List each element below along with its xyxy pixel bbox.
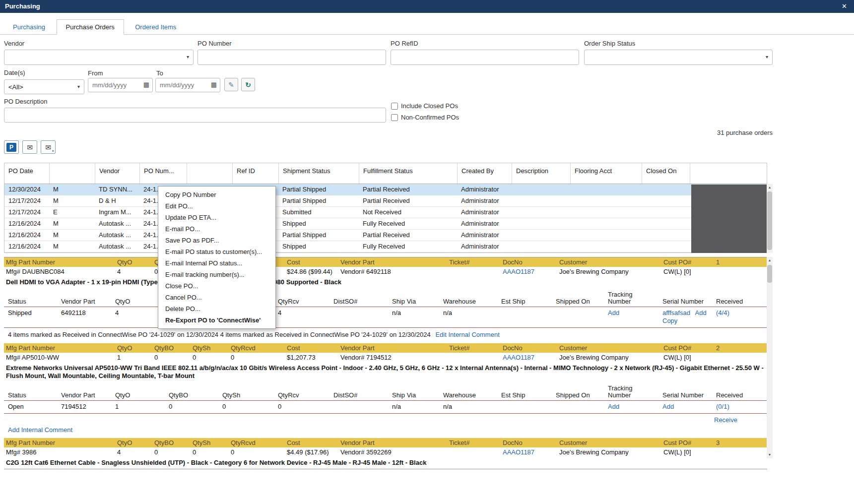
item-summary-header: Mfg Part Number QtyO QtyBO QtySh QtyRcvd… — [4, 343, 767, 353]
item-status-header: Status Vendor Part QtyO QtyBO QtySh QtyR… — [4, 288, 767, 307]
chevron-down-icon: ▾ — [77, 84, 80, 89]
menu-item-edit-po[interactable]: Edit PO... — [158, 200, 275, 212]
received-link[interactable]: (4/4) — [716, 309, 729, 316]
po-number-input[interactable] — [197, 50, 386, 65]
docno-link[interactable]: AAAO1187 — [501, 353, 557, 363]
menu-item-email-tracking-numbers[interactable]: E-mail tracking number(s)... — [158, 269, 275, 280]
summary-col-qtybo: QtyBO — [152, 438, 191, 447]
non-confirmed-pos-checkbox-input[interactable] — [391, 114, 398, 121]
column-header-created-by[interactable]: Created By — [457, 163, 512, 184]
status-col-received: Received — [716, 392, 767, 399]
scroll-up-icon[interactable]: ▲ — [767, 257, 773, 264]
chevron-down-icon: ▾ — [766, 54, 768, 60]
tracking-add-link[interactable]: Add — [608, 403, 619, 410]
summary-col-qtyrcvd: QtyRcvd — [229, 438, 285, 447]
customer-name: Joe's Brewing Company — [557, 353, 661, 363]
detail-scrollbar[interactable]: ▲ ▼ — [767, 257, 773, 458]
cell-flooring-acct — [570, 241, 642, 252]
column-header-shipment-status[interactable]: Shipment Status — [278, 163, 359, 184]
clear-filters-button[interactable]: ✎ — [224, 78, 238, 91]
menu-item-save-po-as-pdf[interactable]: Save PO as PDF... — [158, 235, 275, 246]
received-link[interactable]: (0/1) — [716, 403, 729, 410]
po-description-input[interactable] — [4, 108, 386, 123]
scroll-down-icon[interactable]: ▼ — [767, 451, 773, 458]
menu-item-email-po[interactable]: E-mail PO... — [158, 223, 275, 235]
add-internal-comment-link[interactable]: Add Internal Comment — [8, 426, 72, 434]
column-header-fulfillment-status[interactable]: Fulfillment Status — [359, 163, 457, 184]
email-button[interactable]: ✉ — [22, 140, 37, 154]
column-header-closed-on[interactable]: Closed On — [642, 163, 690, 184]
dates-select[interactable]: <All> ▾ — [4, 79, 84, 94]
receive-link[interactable]: Receive — [714, 416, 737, 424]
qtyo-value: 1 — [115, 403, 169, 411]
menu-item-copy-po-number[interactable]: Copy PO Number — [158, 189, 275, 200]
menu-item-re-export-po-to-connectwise[interactable]: Re-Export PO to 'ConnectWise' — [158, 315, 275, 326]
status-col-distso: DistSO# — [333, 392, 392, 399]
po-row[interactable]: 12/16/2024 M Autotask ... 24-1... Shippe… — [4, 218, 767, 230]
calendar-icon[interactable]: ▦ — [211, 81, 217, 88]
scrollbar-thumb[interactable] — [767, 265, 772, 283]
serial-add-link[interactable]: Add — [695, 309, 707, 316]
menu-item-email-po-status-to-customers[interactable]: E-mail PO status to customer(s)... — [158, 246, 275, 257]
menu-item-close-po[interactable]: Close PO... — [158, 280, 275, 292]
item-summary-row: Mfg# DAUBNBC084 4 0 $24.86 ($99.44) Vend… — [4, 267, 767, 277]
cell-vendor: D & H — [95, 195, 139, 206]
calendar-icon[interactable]: ▦ — [143, 81, 149, 88]
order-ship-status-select[interactable]: ▾ — [584, 50, 773, 65]
column-header-blank[interactable] — [187, 163, 232, 184]
ticket-number — [447, 447, 501, 457]
column-header-description[interactable]: Description — [512, 163, 570, 184]
email-status-button[interactable]: ✉▸ — [41, 140, 56, 154]
table-scrollbar[interactable]: ▲ — [767, 184, 773, 253]
docno-link[interactable]: AAAO1187 — [501, 447, 557, 457]
scrollbar-thumb[interactable] — [767, 191, 772, 250]
summary-col-qtysh: QtySh — [191, 438, 229, 447]
include-closed-pos-checkbox-input[interactable] — [391, 103, 398, 110]
po-row[interactable]: 12/17/2024 M D & H 24-1... Partial Shipp… — [4, 195, 767, 207]
serial-add-link[interactable]: Add — [662, 403, 674, 410]
line-number: 2 — [714, 343, 767, 353]
column-header-vendor[interactable]: Vendor — [95, 163, 139, 184]
include-closed-pos-checkbox[interactable]: Include Closed POs — [391, 102, 458, 110]
menu-item-update-po-eta[interactable]: Update PO ETA... — [158, 212, 275, 223]
serial-number-link[interactable]: afffsafsad — [662, 309, 690, 316]
close-icon[interactable]: ✕ — [842, 0, 847, 13]
summary-col-docno: DocNo — [501, 343, 557, 353]
tab-purchase-orders[interactable]: Purchase Orders — [57, 19, 124, 35]
summary-col-customer: Customer — [557, 257, 661, 267]
menu-item-delete-po[interactable]: Delete PO... — [158, 303, 275, 315]
refresh-button[interactable]: ↻ — [241, 78, 255, 91]
from-date-input[interactable]: mm/dd/yyyy ▦ — [88, 78, 153, 92]
cell-po-date: 12/30/2024 — [4, 184, 49, 195]
column-header-filler[interactable] — [690, 163, 767, 184]
envelope-icon: ✉ — [27, 143, 33, 151]
non-confirmed-pos-checkbox[interactable]: Non-Confirmed POs — [391, 114, 459, 121]
scroll-up-icon[interactable]: ▲ — [767, 184, 773, 191]
tab-ordered-items[interactable]: Ordered Items — [126, 20, 185, 35]
menu-item-cancel-po[interactable]: Cancel PO... — [158, 292, 275, 303]
serial-copy-link[interactable]: Copy — [662, 317, 677, 324]
docno-link[interactable]: AAAO1187 — [501, 267, 557, 277]
column-header-po-number[interactable]: PO Num... — [139, 163, 187, 184]
po-row[interactable]: 12/30/2024 M TD SYNN... 24-1... Partial … — [4, 184, 767, 195]
to-date-input[interactable]: mm/dd/yyyy ▦ — [155, 78, 220, 92]
po-row[interactable]: 12/17/2024 E Ingram M... 24-1... Submitt… — [4, 207, 767, 218]
column-header-ref-id[interactable]: Ref ID — [232, 163, 278, 184]
po-row[interactable]: 12/16/2024 M Autotask ... 24-1... Shippe… — [4, 241, 767, 252]
po-export-button[interactable]: P — [4, 140, 19, 154]
ticket-number — [447, 267, 501, 277]
menu-item-email-internal-po-status[interactable]: E-mail Internal PO status... — [158, 257, 275, 269]
cell-closed-on — [642, 184, 690, 195]
column-header-po-date[interactable]: PO Date — [4, 163, 49, 184]
mfg-part-number: Mfg# AP5010-WW — [4, 353, 115, 363]
po-refid-input[interactable] — [391, 50, 579, 65]
vendor-select[interactable]: ▾ — [4, 50, 194, 65]
status-col-vendor-part: Vendor Part — [61, 392, 115, 399]
tracking-add-link[interactable]: Add — [608, 309, 619, 316]
edit-internal-comment-link[interactable]: Edit Internal Comment — [435, 331, 499, 338]
tab-purchasing[interactable]: Purchasing — [4, 20, 54, 35]
column-header-flooring-acct[interactable]: Flooring Acct — [570, 163, 642, 184]
internal-comment: 4 items marked as Received in ConnectWis… — [4, 328, 767, 343]
po-row[interactable]: 12/16/2024 M Autotask ... 24-1... Partia… — [4, 230, 767, 241]
column-header-flag[interactable] — [49, 163, 95, 184]
